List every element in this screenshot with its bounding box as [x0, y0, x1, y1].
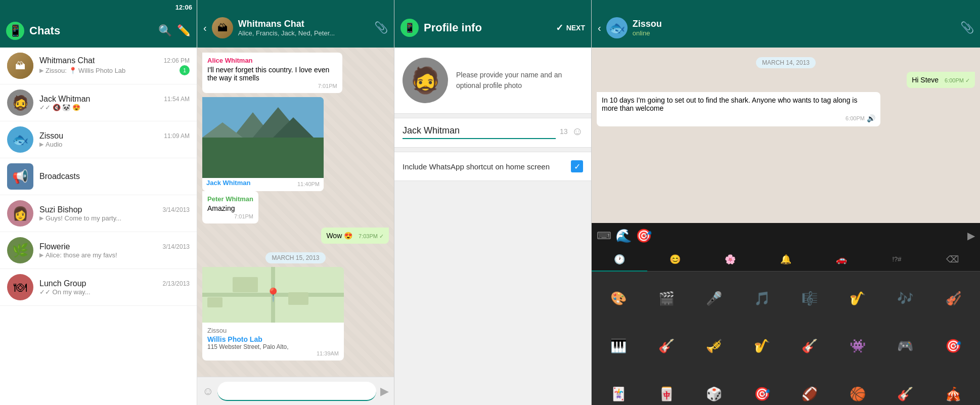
msg-peter: Peter Whitman Amazing 7:01PM: [202, 191, 389, 228]
shortcut-checkbox[interactable]: ✓: [571, 160, 583, 172]
emoji-tab-face[interactable]: 😊: [647, 248, 703, 272]
emoji-microphone[interactable]: 🎤: [691, 276, 737, 322]
chat-info-zissou: Zissou 11:09 AM ▶ Audio: [39, 131, 190, 148]
text-peter: Amazing: [207, 204, 253, 212]
chat-item-zissou[interactable]: 🐟 Zissou 11:09 AM ▶ Audio: [0, 121, 197, 158]
emoji-tab-car[interactable]: 🚗: [814, 248, 869, 272]
emoji-tab-nature[interactable]: 🌸: [702, 248, 758, 272]
emoji-gamepad[interactable]: 🎮: [882, 324, 928, 370]
back-arrow[interactable]: ‹: [203, 22, 207, 34]
profile-name-input[interactable]: [403, 123, 556, 139]
attach-icon[interactable]: 📎: [374, 21, 388, 34]
date-divider-march15: MARCH 15, 2013: [202, 253, 389, 262]
sender-jack: Jack Whitman: [206, 179, 250, 187]
emoji-tab-clock[interactable]: 🕐: [592, 248, 647, 272]
whitmans-avatar: 🏔: [212, 17, 233, 38]
chat-item-jack[interactable]: 🧔 Jack Whitman 11:54 AM ✓✓ 🔇 🐼 😍: [0, 84, 197, 121]
chat-info-broadcasts: Broadcasts: [39, 172, 190, 181]
sticker-target[interactable]: 🎯: [636, 228, 652, 244]
emoji-grid: 🎨 🎬 🎤 🎵 🎼 🎷 🎶 🎻 🎹 🎸 🎺 🎷 🎸 👾 🎮 🎯 🃏 🀄 🎲 🎯 …: [592, 272, 980, 405]
emoji-trumpet[interactable]: 🎺: [691, 324, 737, 370]
chat-info-lunch: Lunch Group 2/13/2013 ✓✓ On my way...: [39, 279, 190, 296]
time-hi-steve: 6:00PM ✓: [945, 77, 970, 83]
text-zissou-long: In 10 days I'm going to set out to find …: [602, 96, 875, 112]
keyboard-icon[interactable]: ⌨: [597, 230, 611, 242]
zissou-avatar: 🐟: [606, 17, 628, 38]
profile-photo[interactable]: 🧔: [403, 58, 448, 103]
emoji-tab-bar: 🕐 😊 🌸 🔔 🚗 !?# ⌫: [592, 248, 980, 272]
emoji-btn[interactable]: ☺: [202, 385, 213, 398]
chat-item-suzi[interactable]: 👩 Suzi Bishop 3/14/2013 ▶ Guys! Come to …: [0, 195, 197, 232]
emoji-guitar3[interactable]: 🎸: [882, 371, 928, 405]
next-button[interactable]: ✓ NEXT: [556, 22, 585, 33]
emoji-guitar2[interactable]: 🎸: [787, 324, 833, 370]
chat-preview-flowerie: ▶ Alice: those are my favs!: [39, 251, 190, 259]
time-alice: 7:01PM: [207, 83, 337, 89]
sticker-wave[interactable]: 🌊: [615, 228, 632, 244]
chat-item-whitmans[interactable]: W 🏔 Whitmans Chat 12:06 PM ▶ Zissou: 📍 W…: [0, 48, 197, 84]
emoji-joker[interactable]: 🃏: [596, 371, 642, 405]
whitmans-chat-members: Alice, Francis, Jack, Ned, Peter...: [238, 29, 369, 37]
zissou-back-arrow[interactable]: ‹: [598, 22, 601, 34]
emoji-dart[interactable]: 🎯: [930, 324, 976, 370]
compose-icon[interactable]: ✏️: [177, 24, 191, 37]
zissou-input-bar: ⌨ 🌊 🎯 ▶: [592, 223, 980, 248]
chat-name-lunch: Lunch Group: [39, 279, 86, 288]
emoji-notes2[interactable]: 🎶: [882, 276, 928, 322]
zissou-messages: MARCH 14, 2013 Hi Steve 6:00PM ✓ In 10 d…: [592, 48, 980, 223]
emoji-alien[interactable]: 👾: [835, 324, 881, 370]
send-btn[interactable]: ▶: [380, 385, 389, 398]
emoji-mahjong[interactable]: 🀄: [644, 371, 690, 405]
chat-item-flowerie[interactable]: 🌿 Flowerie 3/14/2013 ▶ Alice: those are …: [0, 232, 197, 269]
emoji-dart2[interactable]: 🎯: [739, 371, 785, 405]
chats-panel: 12:06 📱 Chats 🔍 ✏️ W 🏔 Whitmans Chat 12:…: [0, 0, 197, 405]
svg-rect-9: [233, 277, 258, 292]
emoji-saxophone[interactable]: 🎷: [835, 276, 881, 322]
chat-item-lunch[interactable]: 🍽 Lunch Group 2/13/2013 ✓✓ On my way...: [0, 269, 197, 306]
chat-item-broadcasts[interactable]: 📢 Broadcasts: [0, 158, 197, 195]
emoji-circus[interactable]: 🎪: [930, 371, 976, 405]
zissou-send-btn[interactable]: ▶: [967, 230, 975, 242]
time-1: 12:06: [175, 4, 192, 11]
location-time: 11:39AM: [317, 350, 339, 356]
search-icon[interactable]: 🔍: [158, 24, 172, 37]
profile-title: Profile info: [424, 21, 551, 34]
whitmans-input[interactable]: [217, 382, 376, 401]
whitmans-input-bar: ☺ ▶: [197, 377, 394, 405]
avatar-broadcasts: 📢: [7, 163, 33, 190]
emoji-tab-bell[interactable]: 🔔: [758, 248, 814, 272]
landscape-photo: [202, 97, 324, 178]
bubble-hi-steve: Hi Steve 6:00PM ✓: [907, 72, 975, 88]
whitmans-chat-panel: ‹ 🏔 Whitmans Chat Alice, Francis, Jack, …: [197, 0, 394, 405]
emoji-tab-symbols[interactable]: !?#: [869, 248, 925, 272]
whitmans-header: ‹ 🏔 Whitmans Chat Alice, Francis, Jack, …: [197, 0, 394, 48]
emoji-football[interactable]: 🏈: [787, 371, 833, 405]
zissou-header: ‹ 🐟 Zissou online 📎: [592, 0, 980, 48]
emoji-basketball[interactable]: 🏀: [835, 371, 881, 405]
whatsapp-logo-profile: 📱: [400, 19, 419, 37]
msg-alice: Alice Whitman I'll never forget this cou…: [202, 53, 389, 97]
msg-zissou-long: In 10 days I'm going to set out to find …: [597, 92, 975, 130]
emoji-music-score[interactable]: 🎼: [787, 276, 833, 322]
zissou-attach-icon[interactable]: 📎: [960, 21, 974, 34]
emoji-notes[interactable]: 🎵: [739, 276, 785, 322]
sender-alice: Alice Whitman: [207, 57, 337, 64]
emoji-sax2[interactable]: 🎷: [739, 324, 785, 370]
bubble-alice: Alice Whitman I'll never forget this cou…: [202, 53, 342, 93]
date-label-march15: MARCH 15, 2013: [265, 252, 325, 263]
emoji-picker-icon[interactable]: ☺: [572, 125, 583, 138]
emoji-clapper[interactable]: 🎬: [644, 276, 690, 322]
emoji-tab-delete[interactable]: ⌫: [924, 248, 980, 272]
chat-preview-whitmans: ▶ Zissou: 📍 Willis Photo Lab: [39, 67, 125, 74]
profile-placeholder: Please provide your name and an optional…: [456, 70, 583, 91]
emoji-palette[interactable]: 🎨: [596, 276, 642, 322]
emoji-violin[interactable]: 🎻: [930, 276, 976, 322]
emoji-piano[interactable]: 🎹: [596, 324, 642, 370]
shortcut-label: Include WhatsApp shortcut on home screen: [403, 161, 571, 172]
profile-panel: 📱 Profile info ✓ NEXT 🧔 Please provide y…: [394, 0, 592, 405]
emoji-dice[interactable]: 🎲: [691, 371, 737, 405]
text-wow: Wow 😍: [326, 232, 352, 240]
emoji-guitar[interactable]: 🎸: [644, 324, 690, 370]
chat-preview-jack: ✓✓ 🔇 🐼 😍: [39, 104, 190, 111]
chat-name-jack: Jack Whitman: [39, 95, 90, 104]
